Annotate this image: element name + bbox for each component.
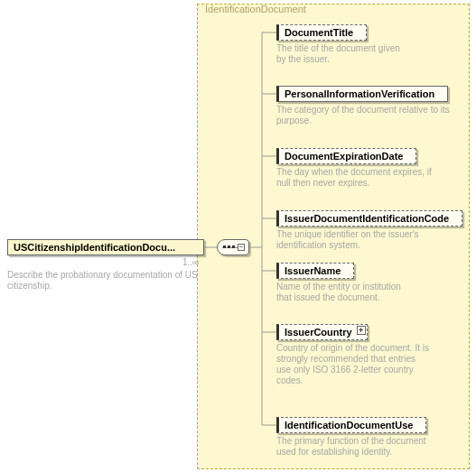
element-label: DocumentTitle — [285, 27, 353, 38]
root-element-label: USCitizenshipIdentificationDocu... — [14, 242, 175, 253]
element-identificationdocumentuse[interactable]: IdentificationDocumentUse — [276, 417, 426, 433]
element-label: IssuerName — [285, 265, 341, 276]
element-label: PersonalInformationVerification — [285, 88, 434, 99]
element-label: IdentificationDocumentUse — [285, 420, 413, 430]
element-desc: Country of origin of the document. It is… — [276, 343, 430, 386]
element-issuername[interactable]: IssuerName — [276, 263, 354, 279]
plus-icon[interactable]: + — [357, 326, 366, 335]
element-desc: The unique identifier on the issuer's id… — [276, 229, 448, 251]
element-personalinformationverification[interactable]: PersonalInformationVerification — [276, 86, 448, 102]
element-issuerdocumentidentificationcode[interactable]: IssuerDocumentIdentificationCode — [276, 210, 462, 227]
group-title: IdentificationDocument — [205, 4, 306, 14]
sequence-compositor[interactable]: − — [217, 239, 249, 255]
element-label: IssuerDocumentIdentificationCode — [285, 213, 449, 224]
element-desc: The day when the document expires, if nu… — [276, 167, 434, 189]
schema-diagram: IdentificationDocument USCitizenshipIden… — [0, 0, 476, 472]
minus-icon: − — [238, 244, 245, 251]
element-label: DocumentExpirationDate — [285, 151, 403, 162]
element-desc: The title of the document given by the i… — [276, 43, 407, 65]
element-desc: Name of the entity or institution that i… — [276, 282, 412, 303]
element-label: IssuerCountry — [285, 327, 352, 338]
element-desc: The primary function of the document use… — [276, 436, 439, 458]
element-issuercountry[interactable]: IssuerCountry + — [276, 324, 368, 340]
element-documentexpirationdate[interactable]: DocumentExpirationDate — [276, 148, 416, 164]
element-desc: The category of the document relative to… — [276, 105, 457, 126]
root-element[interactable]: USCitizenshipIdentificationDocu... — [7, 239, 204, 255]
root-cardinality: 1..∞ — [182, 257, 199, 268]
element-documenttitle[interactable]: DocumentTitle — [276, 24, 367, 41]
root-description: Describe the probationary documentation … — [7, 270, 219, 292]
